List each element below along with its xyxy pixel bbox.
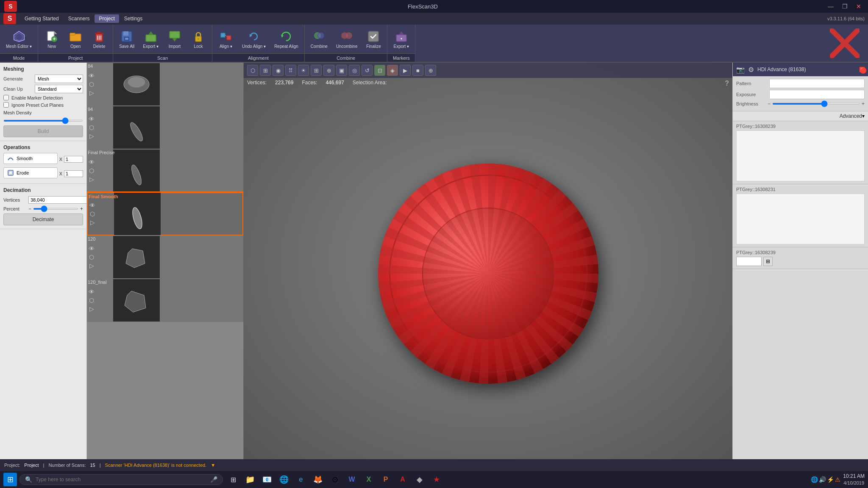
vp-grid-btn[interactable]: ⊞ [311, 65, 322, 76]
smooth-button[interactable]: Smooth [3, 153, 58, 164]
vp-snap-btn[interactable]: ⊡ [374, 65, 385, 76]
undo-align-button[interactable]: Undo Align ▾ [239, 28, 269, 50]
scan-fs-arrow-icon[interactable]: ▷ [90, 219, 95, 226]
scan-94-arrow-icon[interactable]: ▷ [89, 133, 94, 139]
outlook-button[interactable]: 📧 [259, 472, 275, 487]
tray-network[interactable]: 🌐 [811, 476, 818, 483]
scan-120-eye-icon[interactable]: 👁 [89, 245, 95, 252]
pt3-icon-btn[interactable]: ⊞ [763, 257, 773, 266]
search-input[interactable] [36, 477, 207, 482]
vp-color-btn[interactable]: ◈ [387, 65, 398, 76]
scan-120f-arrow-icon[interactable]: ▷ [89, 305, 94, 312]
vertices-dec-input[interactable] [28, 196, 87, 204]
import-button[interactable]: Import [164, 28, 186, 50]
firefox-button[interactable]: 🦊 [310, 472, 326, 487]
repeat-align-button[interactable]: Repeat Align [271, 28, 302, 50]
microphone-button[interactable]: 🎤 [210, 476, 217, 483]
system-clock[interactable]: 10:21 AM 4/10/2019 [843, 473, 865, 486]
vp-polygon-btn[interactable]: ⬡ [247, 65, 258, 76]
scan-120-arrow-icon[interactable]: ▷ [89, 262, 94, 269]
chrome-button[interactable]: ⊙ [327, 472, 342, 487]
vp-wire-btn[interactable]: ⊞ [260, 65, 271, 76]
scan-item-94[interactable]: 👁 ⬡ ▷ 94 [87, 106, 243, 149]
generate-select[interactable]: MeshPointsWatertight [35, 75, 83, 83]
tray-warning[interactable]: ⚠ [835, 476, 840, 483]
advanced-row[interactable]: Advanced ▾ [733, 111, 868, 121]
scan-84-eye-icon[interactable]: 👁 [89, 72, 95, 79]
app2-button[interactable]: ★ [429, 472, 444, 487]
vp-section-btn[interactable]: ▣ [336, 65, 347, 76]
scan-item-120-final[interactable]: 👁 ⬡ ▷ 120_final [87, 279, 243, 322]
scan-item-final-smooth[interactable]: 👁 ⬡ ▷ Final Smooth [87, 192, 243, 236]
brightness-slider[interactable] [772, 103, 860, 105]
scan-94-eye-icon[interactable]: 👁 [89, 116, 95, 122]
percent-plus[interactable]: + [80, 206, 83, 212]
decimate-button[interactable]: Decimate [3, 214, 83, 225]
uncombine-button[interactable]: Uncombine [333, 28, 361, 50]
lock-button[interactable]: Lock [187, 28, 209, 50]
powerpoint-button[interactable]: P [378, 472, 393, 487]
menu-settings[interactable]: Settings [120, 14, 147, 23]
scan-item-final-precise[interactable]: 👁 ⬡ ▷ Final Precise [87, 149, 243, 192]
scan-120f-mesh-icon[interactable]: ⬡ [89, 297, 94, 304]
build-button[interactable]: Build [3, 125, 83, 137]
task-view-button[interactable]: ⊞ [225, 472, 241, 487]
file-explorer-button[interactable]: 📁 [242, 472, 258, 487]
status-dropdown[interactable]: ▼ [211, 463, 215, 468]
smooth-count[interactable] [64, 156, 83, 163]
scan-84-mesh-icon[interactable]: ⬡ [89, 81, 94, 88]
scan-120-mesh-icon[interactable]: ⬡ [89, 254, 94, 261]
vp-stop-btn[interactable]: ■ [412, 65, 423, 76]
new-button[interactable]: + New [41, 28, 63, 50]
delete-button[interactable]: Delete [88, 28, 110, 50]
ignore-preset-checkbox[interactable] [3, 102, 9, 108]
scan-84-arrow-icon[interactable]: ▷ [89, 89, 94, 96]
enable-marker-checkbox[interactable] [3, 95, 9, 100]
combine-button[interactable]: Combine [307, 28, 331, 50]
percent-slider[interactable] [33, 208, 78, 210]
erode-count[interactable] [64, 170, 83, 177]
search-box[interactable]: 🔍 🎤 [19, 474, 223, 485]
tray-volume[interactable]: 🔊 [819, 476, 826, 483]
excel-button[interactable]: X [361, 472, 376, 487]
vp-play-btn[interactable]: ▶ [400, 65, 411, 76]
menu-getting-started[interactable]: Getting Started [20, 14, 63, 23]
camera-icon[interactable]: 📷 [736, 66, 745, 74]
finalize-button[interactable]: Finalize [362, 28, 384, 50]
percent-minus[interactable]: − [28, 206, 31, 212]
settings-icon[interactable]: ⚙ [748, 66, 754, 74]
scan-fp-mesh-icon[interactable]: ⬡ [89, 167, 94, 174]
save-all-button[interactable]: Save All [116, 28, 138, 50]
help-button[interactable]: ? [725, 80, 729, 87]
scan-fp-eye-icon[interactable]: 👁 [89, 159, 95, 166]
edge-button[interactable]: 🌐 [276, 472, 292, 487]
export-button[interactable]: Export ▾ [139, 28, 162, 50]
vp-shade-btn[interactable]: ◉ [273, 65, 284, 76]
vp-plus-btn[interactable]: ⊕ [323, 65, 334, 76]
scan-94-mesh-icon[interactable]: ⬡ [89, 124, 94, 131]
scan-fs-eye-icon[interactable]: 👁 [89, 202, 95, 209]
ie-button[interactable]: e [293, 472, 309, 487]
vp-points-btn[interactable]: ⠿ [285, 65, 296, 76]
mesh-editor-button[interactable]: Mesh Editor ▾ [3, 28, 35, 50]
mesh-density-slider[interactable] [3, 120, 83, 122]
menu-scanners[interactable]: Scanners [64, 14, 94, 23]
acrobat-button[interactable]: A [395, 472, 410, 487]
scan-fs-mesh-icon[interactable]: ⬡ [90, 211, 95, 217]
restore-button[interactable]: ❐ [840, 3, 850, 10]
menu-project[interactable]: Project [95, 14, 119, 23]
tray-power[interactable]: ⚡ [827, 476, 834, 483]
open-button[interactable]: Open [64, 28, 86, 50]
scan-item-120[interactable]: 👁 ⬡ ▷ 120 [87, 236, 243, 279]
scan-120f-eye-icon[interactable]: 👁 [89, 288, 95, 295]
align-button[interactable]: Align ▾ [215, 28, 237, 50]
erode-button[interactable]: Erode [3, 167, 58, 178]
pattern-input[interactable] [769, 79, 865, 88]
cleanup-select[interactable]: StandardNoneAdvanced [35, 85, 83, 93]
vp-reset-btn[interactable]: ↺ [362, 65, 373, 76]
word-button[interactable]: W [344, 472, 359, 487]
scan-item-84[interactable]: 👁 ⬡ ▷ 84 [87, 63, 243, 106]
minimize-button[interactable]: — [825, 3, 836, 10]
close-button[interactable]: ✕ [854, 3, 864, 10]
exposure-input[interactable] [769, 90, 865, 99]
